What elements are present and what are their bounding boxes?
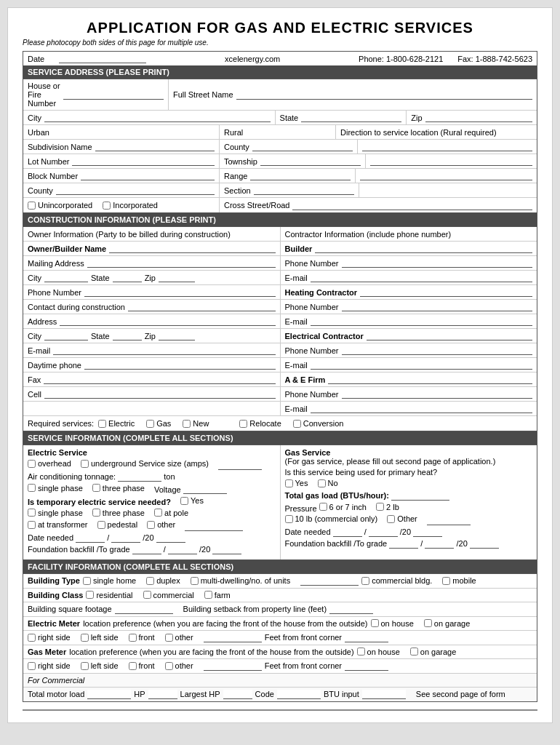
- at-pole-checkbox-item[interactable]: at pole: [154, 509, 188, 517]
- email-heating-input[interactable]: [311, 316, 532, 326]
- date-needed2-input2[interactable]: [369, 527, 398, 537]
- date-needed-year[interactable]: [156, 533, 185, 543]
- date-needed2-input[interactable]: [333, 527, 362, 537]
- three-phase-checkbox[interactable]: [92, 484, 100, 492]
- overhead-checkbox-item[interactable]: overhead: [28, 459, 71, 468]
- residential-checkbox[interactable]: [86, 591, 94, 599]
- on-house-checkbox-item[interactable]: on house: [371, 619, 414, 628]
- contact-input[interactable]: [128, 302, 276, 311]
- state2-input[interactable]: [113, 273, 142, 282]
- email-input[interactable]: [311, 273, 532, 282]
- street-input[interactable]: [236, 90, 532, 100]
- incorporated-checkbox-item[interactable]: Incorporated: [103, 201, 158, 210]
- on-house-checkbox[interactable]: [371, 619, 379, 627]
- single-phase-checkbox-item[interactable]: single phase: [28, 484, 83, 493]
- state-input[interactable]: [301, 113, 401, 122]
- date-needed-input[interactable]: [76, 533, 105, 543]
- email2-input[interactable]: [53, 346, 275, 355]
- three-phase-checkbox-item[interactable]: three phase: [92, 484, 145, 493]
- single-phase2-checkbox-item[interactable]: single phase: [28, 509, 83, 517]
- gas-checkbox[interactable]: [146, 420, 154, 428]
- single-home-checkbox-item[interactable]: single home: [83, 576, 136, 585]
- yes2-checkbox[interactable]: [285, 479, 293, 487]
- foundation2-input1[interactable]: [389, 539, 418, 549]
- lot-input[interactable]: [72, 156, 215, 166]
- commercial-checkbox-item[interactable]: commercial: [143, 591, 194, 599]
- other2-input[interactable]: [427, 516, 471, 525]
- section-input[interactable]: [254, 186, 354, 195]
- other-gas-checkbox[interactable]: [165, 662, 173, 670]
- heating-contractor-input[interactable]: [360, 287, 532, 297]
- two-lb-checkbox[interactable]: [376, 503, 384, 511]
- foundation2-input2[interactable]: [425, 539, 454, 549]
- pedestal-checkbox-item[interactable]: pedestal: [97, 520, 138, 529]
- date-input[interactable]: [59, 54, 146, 63]
- three-phase2-checkbox[interactable]: [92, 509, 100, 517]
- builder-input[interactable]: [315, 244, 532, 253]
- commercial-checkbox[interactable]: [143, 591, 151, 599]
- fax-input[interactable]: [44, 375, 275, 384]
- single-home-checkbox[interactable]: [83, 577, 91, 585]
- left-side2-checkbox-item[interactable]: left side: [81, 661, 119, 670]
- other-gas-checkbox-item[interactable]: other: [165, 661, 193, 670]
- other-elec-input[interactable]: [204, 633, 262, 642]
- phone-elec-input[interactable]: [342, 346, 533, 355]
- duplex-checkbox-item[interactable]: duplex: [146, 576, 180, 585]
- date-needed2-year[interactable]: [413, 527, 442, 537]
- multi-dwelling-checkbox-item[interactable]: multi-dwelling/no. of units: [191, 576, 291, 585]
- county-input[interactable]: [252, 142, 353, 151]
- commercial-bldg-checkbox-item[interactable]: commercial bldg.: [361, 576, 432, 585]
- block-input[interactable]: [81, 171, 215, 180]
- setback-input[interactable]: [329, 605, 373, 614]
- on-garage-checkbox[interactable]: [424, 619, 432, 627]
- email-ae-input[interactable]: [311, 404, 532, 413]
- commercial-bldg-checkbox[interactable]: [361, 577, 369, 585]
- mobile-checkbox[interactable]: [442, 577, 450, 585]
- sq-footage-input[interactable]: [115, 605, 173, 614]
- electrical-contractor-input[interactable]: [367, 331, 532, 340]
- address-input[interactable]: [60, 316, 275, 326]
- on-garage2-checkbox[interactable]: [410, 648, 418, 656]
- on-garage2-checkbox-item[interactable]: on garage: [410, 648, 457, 656]
- code-input[interactable]: [277, 690, 321, 699]
- phone-heating-input[interactable]: [342, 302, 533, 311]
- on-garage-checkbox-item[interactable]: on garage: [424, 619, 471, 628]
- front2-checkbox[interactable]: [129, 662, 137, 670]
- electric-checkbox-item[interactable]: Electric: [98, 419, 135, 428]
- front2-checkbox-item[interactable]: front: [129, 661, 155, 670]
- subdivision-input[interactable]: [95, 142, 215, 151]
- right-side2-checkbox[interactable]: [28, 662, 36, 670]
- amps-input[interactable]: [218, 461, 262, 470]
- foundation-input2[interactable]: [168, 545, 197, 554]
- relocate-checkbox[interactable]: [239, 420, 247, 428]
- direction-line1-input[interactable]: [362, 142, 532, 151]
- largest-hp-input[interactable]: [223, 690, 252, 699]
- conversion-checkbox[interactable]: [293, 420, 301, 428]
- total-motor-input[interactable]: [87, 690, 131, 699]
- right-side-checkbox-item[interactable]: right side: [28, 633, 71, 642]
- three-phase2-checkbox-item[interactable]: three phase: [92, 509, 145, 517]
- on-house2-checkbox-item[interactable]: on house: [357, 648, 400, 656]
- other-input[interactable]: [185, 522, 243, 531]
- hp-input[interactable]: [148, 690, 177, 699]
- two-lb-checkbox-item[interactable]: 2 lb: [376, 503, 399, 511]
- other-checkbox[interactable]: [147, 521, 155, 529]
- township-input[interactable]: [260, 156, 361, 166]
- no-checkbox-item[interactable]: No: [318, 479, 338, 487]
- new-checkbox[interactable]: [183, 420, 191, 428]
- left-side-checkbox-item[interactable]: left side: [81, 633, 119, 642]
- no-checkbox[interactable]: [318, 479, 326, 487]
- left-side2-checkbox[interactable]: [81, 662, 89, 670]
- range-input[interactable]: [250, 171, 351, 180]
- gas-checkbox-item[interactable]: Gas: [146, 419, 171, 428]
- at-transformer-checkbox[interactable]: [28, 521, 36, 529]
- cell-input[interactable]: [44, 389, 276, 399]
- other2-checkbox-item[interactable]: Other: [387, 514, 417, 523]
- yes-checkbox-item[interactable]: Yes: [180, 496, 204, 505]
- farm-checkbox-item[interactable]: farm: [204, 591, 231, 599]
- at-pole-checkbox[interactable]: [154, 509, 162, 517]
- residential-checkbox-item[interactable]: residential: [86, 591, 132, 599]
- duplex-checkbox[interactable]: [146, 577, 154, 585]
- feet-front2-input[interactable]: [345, 661, 388, 671]
- email-elec-input[interactable]: [311, 360, 532, 370]
